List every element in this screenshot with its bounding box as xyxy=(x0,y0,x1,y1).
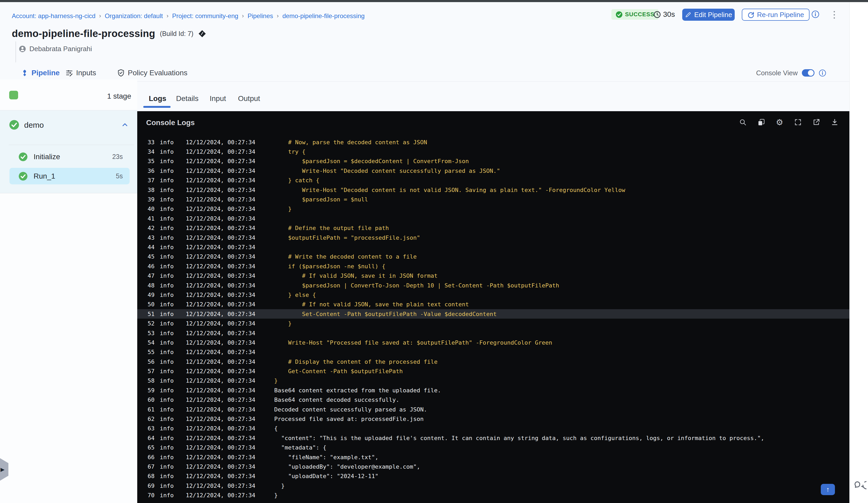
log-message: Decoded content successfully parsed as J… xyxy=(274,406,427,413)
log-message: Get-Content -Path $outputFilePath xyxy=(274,368,403,375)
stage-group-header[interactable]: demo xyxy=(0,117,137,133)
log-timestamp: 12/12/2024, 00:27:34 xyxy=(186,349,256,355)
edit-pipeline-button[interactable]: Edit Pipeline xyxy=(682,9,735,21)
log-timestamp: 12/12/2024, 00:27:34 xyxy=(186,358,256,365)
line-number: 58 xyxy=(147,377,155,384)
log-line-35: 35info12/12/2024, 00:27:34 $parsedJson =… xyxy=(137,157,849,166)
log-line-54: 54info12/12/2024, 00:27:34 Write-Host "P… xyxy=(137,338,849,347)
console-panel: Console Logs ⚙ 33info12/12/2024, 00:27:3… xyxy=(137,111,849,503)
log-tab-details[interactable]: Details xyxy=(176,94,199,104)
log-line-67: 67info12/12/2024, 00:27:34 "uploadedBy":… xyxy=(137,462,849,471)
step-row-run_1[interactable]: Run_15s xyxy=(9,168,130,184)
tab-inputs[interactable]: Inputs xyxy=(65,68,96,77)
log-line-66: 66info12/12/2024, 00:27:34 "fileName": "… xyxy=(137,452,849,462)
log-timestamp: 12/12/2024, 00:27:34 xyxy=(186,253,256,260)
stage-status-square[interactable] xyxy=(9,91,18,99)
play-triangle-icon: ▶ xyxy=(1,466,4,473)
log-message: $parsedJson = $null xyxy=(274,196,368,203)
chat-support-icon[interactable] xyxy=(852,477,866,491)
step-row-initialize[interactable]: Initialize23s xyxy=(9,148,130,165)
log-timestamp: 12/12/2024, 00:27:34 xyxy=(186,483,256,489)
line-number: 62 xyxy=(147,416,155,422)
settings-gear-icon[interactable]: ⚙ xyxy=(775,118,784,126)
tab-pipeline[interactable]: Pipeline xyxy=(21,68,60,77)
breadcrumb-item[interactable]: Pipelines xyxy=(247,12,273,20)
search-icon[interactable] xyxy=(738,118,747,126)
tab-policy-evaluations[interactable]: Policy Evaluations xyxy=(117,68,187,77)
console-view-info-icon[interactable] xyxy=(819,69,826,77)
breadcrumb-item[interactable]: Organization: default xyxy=(105,12,163,20)
line-number: 61 xyxy=(147,406,155,413)
rerun-refresh-icon xyxy=(747,11,754,18)
log-level: info xyxy=(160,483,174,489)
line-number: 63 xyxy=(147,425,155,432)
log-level: info xyxy=(160,435,174,441)
stage-success-icon xyxy=(9,119,19,130)
log-tab-output[interactable]: Output xyxy=(238,94,260,104)
log-line-64: 64info12/12/2024, 00:27:34 "content": "T… xyxy=(137,433,849,443)
log-tab-input[interactable]: Input xyxy=(210,94,226,104)
rerun-pipeline-label: Re-run Pipeline xyxy=(757,11,804,19)
line-number: 53 xyxy=(147,330,155,336)
edit-pencil-icon xyxy=(685,11,692,18)
breadcrumb-item[interactable]: Account: app-harness-ng-cicd xyxy=(12,12,95,20)
log-timestamp: 12/12/2024, 00:27:34 xyxy=(186,377,256,384)
triggered-by: Debabrata Panigrahi xyxy=(19,45,92,53)
step-success-icon xyxy=(18,152,28,161)
log-message: { xyxy=(274,425,278,432)
active-log-tab-underline xyxy=(143,106,170,108)
log-timestamp: 12/12/2024, 00:27:34 xyxy=(186,234,256,241)
log-line-45: 45info12/12/2024, 00:27:34 # Write the d… xyxy=(137,252,849,261)
line-number: 49 xyxy=(147,292,155,298)
line-number: 60 xyxy=(147,397,155,403)
info-icon[interactable] xyxy=(811,10,819,18)
console-view-toggle[interactable] xyxy=(802,69,815,76)
kebab-menu-icon[interactable] xyxy=(832,9,837,20)
download-icon[interactable] xyxy=(830,118,839,126)
status-badge: SUCCESS xyxy=(611,9,659,20)
stage-count-label: 1 stage xyxy=(107,92,131,101)
clock-icon xyxy=(653,11,661,18)
log-timestamp: 12/12/2024, 00:27:34 xyxy=(186,444,256,451)
log-level: info xyxy=(160,292,174,298)
log-message: # If valid JSON, save it in JSON format xyxy=(274,272,438,279)
chevron-up-icon[interactable] xyxy=(121,121,128,128)
log-timestamp: 12/12/2024, 00:27:34 xyxy=(186,177,256,184)
log-line-46: 46info12/12/2024, 00:27:34 if ($parsedJs… xyxy=(137,261,849,271)
tab-pipeline-label: Pipeline xyxy=(31,69,60,77)
log-tab-logs[interactable]: Logs xyxy=(149,94,166,104)
breadcrumb-item[interactable]: demo-pipeline-file-processing xyxy=(282,12,365,20)
rerun-pipeline-button[interactable]: Re-run Pipeline xyxy=(742,9,809,21)
log-timestamp: 12/12/2024, 00:27:34 xyxy=(186,158,256,165)
log-timestamp: 12/12/2024, 00:27:34 xyxy=(186,473,256,479)
log-line-44: 44info12/12/2024, 00:27:34 xyxy=(137,242,849,252)
log-viewport[interactable]: 33info12/12/2024, 00:27:34 # Now, parse … xyxy=(137,139,849,503)
log-level: info xyxy=(160,330,174,336)
log-level: info xyxy=(160,206,174,212)
breadcrumb-item[interactable]: Project: community-eng xyxy=(172,12,238,20)
log-timestamp: 12/12/2024, 00:27:34 xyxy=(186,368,256,375)
log-message: } xyxy=(274,492,278,499)
log-message: Base64 content decoded successfully. xyxy=(274,397,399,403)
log-timestamp: 12/12/2024, 00:27:34 xyxy=(186,492,256,499)
open-in-new-icon[interactable] xyxy=(812,118,820,126)
copy-icon[interactable] xyxy=(757,118,765,126)
log-message: "metadata": { xyxy=(274,444,327,451)
pipeline-icon xyxy=(21,69,29,77)
log-line-56: 56info12/12/2024, 00:27:34 # Display the… xyxy=(137,357,849,366)
line-number: 54 xyxy=(147,339,155,346)
line-number: 69 xyxy=(147,483,155,489)
commit-divider-line xyxy=(16,41,16,62)
line-number: 44 xyxy=(147,244,155,250)
fullscreen-icon[interactable] xyxy=(794,118,802,126)
log-message: } catch { xyxy=(274,177,319,184)
step-name: Initialize xyxy=(34,153,60,161)
log-line-33: 33info12/12/2024, 00:27:34 # Now, parse … xyxy=(137,139,849,147)
stage-group: demo Initialize23sRun_15s xyxy=(0,111,137,193)
step-name: Run_1 xyxy=(34,172,55,180)
log-timestamp: 12/12/2024, 00:27:34 xyxy=(186,425,256,432)
log-level: info xyxy=(160,234,174,241)
scroll-to-top-button[interactable]: ↑ xyxy=(821,484,835,495)
stage-group-label: demo xyxy=(24,120,44,129)
console-view-control: Console View xyxy=(756,68,826,77)
